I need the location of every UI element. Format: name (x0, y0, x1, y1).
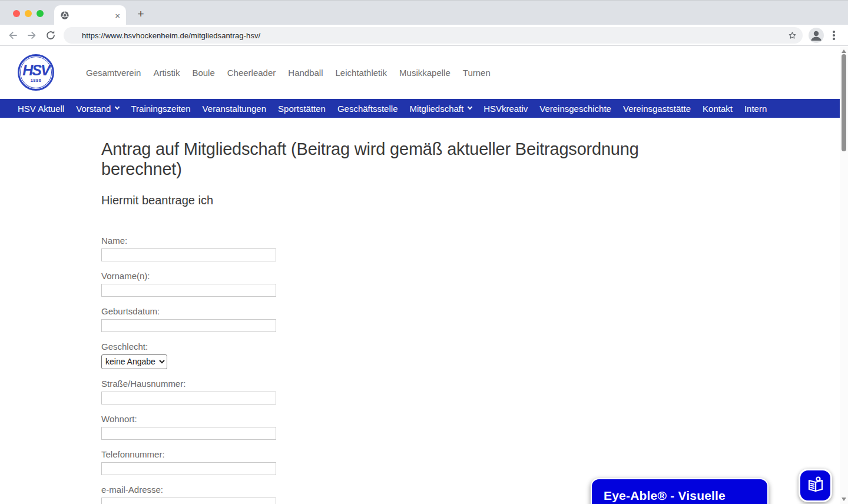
browser-menu-icon[interactable] (833, 31, 835, 40)
geschlecht-select[interactable]: keine Angabe (101, 354, 167, 369)
browser-window: × + https://www.hsvhockenheim.de/mitglie… (0, 0, 848, 504)
topnav-item-leichtathletik[interactable]: Leichtathletik (336, 68, 387, 78)
scroll-down-icon[interactable] (842, 498, 846, 501)
form-field-strasse: Straße/Hausnummer: (101, 379, 848, 404)
name-label: Name: (101, 236, 848, 246)
name-input[interactable] (101, 248, 276, 261)
mainnav-item-mitgliedschaft[interactable]: Mitgliedschaft (409, 104, 472, 114)
browser-tab[interactable]: × (54, 5, 126, 25)
profile-avatar[interactable] (809, 28, 824, 45)
telefon-label: Telefonnummer: (101, 449, 848, 459)
chromium-favicon-icon (60, 11, 69, 20)
eye-able-title: Eye-Able® - Visuelle Hilfe (592, 479, 767, 504)
window-minimize-button[interactable] (25, 10, 32, 17)
topnav-item-turnen[interactable]: Turnen (463, 68, 491, 78)
form-subheading: Hiermit beantrage ich (101, 194, 848, 207)
form-field-geburtsdatum: Geburtsdatum: (101, 306, 848, 332)
mainnav-item-intern[interactable]: Intern (744, 104, 767, 114)
mainnav-item-trainingszeiten[interactable]: Trainingszeiten (131, 104, 190, 114)
new-tab-button[interactable]: + (134, 7, 148, 21)
form-field-wohnort: Wohnort: (101, 414, 848, 440)
topnav-item-musikkapelle[interactable]: Musikkapelle (399, 68, 450, 78)
tab-close-icon[interactable]: × (115, 11, 120, 20)
address-bar[interactable]: https://www.hsvhockenheim.de/mitgliedsan… (64, 27, 803, 44)
mainnav-item-vorstand[interactable]: Vorstand (76, 104, 119, 114)
hsv-logo[interactable]: HSV 1886 (18, 54, 54, 91)
mainnav-item-hsvkreativ[interactable]: HSVkreativ (483, 104, 528, 114)
reading-help-button[interactable] (799, 469, 832, 502)
membership-form: Name: Vorname(n): Geburtsdatum: Geschlec… (101, 236, 848, 504)
strasse-label: Straße/Hausnummer: (101, 379, 848, 389)
mainnav-item-hsv-aktuell[interactable]: HSV Aktuell (18, 104, 64, 114)
mainnav-item-geschaeftsstelle[interactable]: Geschäftsstelle (337, 104, 398, 114)
page-viewport: HSV 1886 Gesamtverein Artistik Boule Che… (0, 47, 848, 504)
mainnav-item-kontakt[interactable]: Kontakt (703, 104, 733, 114)
department-nav: Gesamtverein Artistik Boule Cheerleader … (86, 47, 491, 99)
chevron-down-icon (468, 105, 472, 110)
topnav-item-boule[interactable]: Boule (192, 68, 214, 78)
topnav-item-handball[interactable]: Handball (288, 68, 323, 78)
browser-titlebar: × + (0, 0, 848, 25)
topnav-item-gesamtverein[interactable]: Gesamtverein (86, 68, 141, 78)
scrollbar[interactable] (840, 47, 848, 504)
eye-able-popup[interactable]: Eye-Able® - Visuelle Hilfe Passe diese W… (591, 478, 768, 504)
form-field-name: Name: (101, 236, 848, 261)
browser-toolbar: https://www.hsvhockenheim.de/mitgliedsan… (0, 25, 848, 46)
vorname-label: Vorname(n): (101, 271, 848, 281)
wohnort-input[interactable] (101, 427, 276, 440)
main-nav: HSV Aktuell Vorstand Trainingszeiten Ver… (0, 99, 848, 118)
chevron-down-icon (115, 105, 120, 110)
reading-person-icon (805, 475, 826, 496)
mainnav-item-sportstaetten[interactable]: Sportstätten (278, 104, 326, 114)
back-icon[interactable] (7, 29, 19, 41)
url-text[interactable]: https://www.hsvhockenheim.de/mitgliedsan… (82, 31, 260, 40)
bookmark-star-icon[interactable] (787, 31, 797, 41)
site-header: HSV 1886 Gesamtverein Artistik Boule Che… (0, 47, 848, 99)
window-close-button[interactable] (13, 10, 20, 17)
reload-icon[interactable] (45, 29, 57, 41)
form-field-vorname: Vorname(n): (101, 271, 848, 297)
mainnav-item-vereinsgaststaette[interactable]: Vereinsgaststätte (623, 104, 691, 114)
form-field-telefon: Telefonnummer: (101, 449, 848, 475)
wohnort-label: Wohnort: (101, 414, 848, 424)
mainnav-item-vereinsgeschichte[interactable]: Vereinsgeschichte (539, 104, 611, 114)
telefon-input[interactable] (101, 462, 276, 475)
email-input[interactable] (101, 498, 276, 504)
geburtsdatum-label: Geburtsdatum: (101, 306, 848, 316)
topnav-item-cheerleader[interactable]: Cheerleader (227, 68, 276, 78)
topnav-item-artistik[interactable]: Artistik (153, 68, 180, 78)
form-field-geschlecht: Geschlecht: keine Angabe (101, 341, 848, 369)
window-maximize-button[interactable] (37, 10, 44, 17)
main-content: Antrag auf Mitgliedschaft (Beitrag wird … (0, 118, 848, 504)
geschlecht-label: Geschlecht: (101, 341, 848, 352)
page-title: Antrag auf Mitgliedschaft (Beitrag wird … (101, 140, 717, 180)
geburtsdatum-input[interactable] (101, 319, 276, 332)
strasse-input[interactable] (101, 392, 276, 404)
vorname-input[interactable] (101, 284, 276, 297)
mainnav-item-veranstaltungen[interactable]: Veranstaltungen (203, 104, 266, 114)
scrollbar-thumb[interactable] (842, 54, 846, 151)
scroll-up-icon[interactable] (842, 49, 846, 53)
logo-ring (20, 57, 52, 88)
forward-icon[interactable] (26, 29, 38, 41)
